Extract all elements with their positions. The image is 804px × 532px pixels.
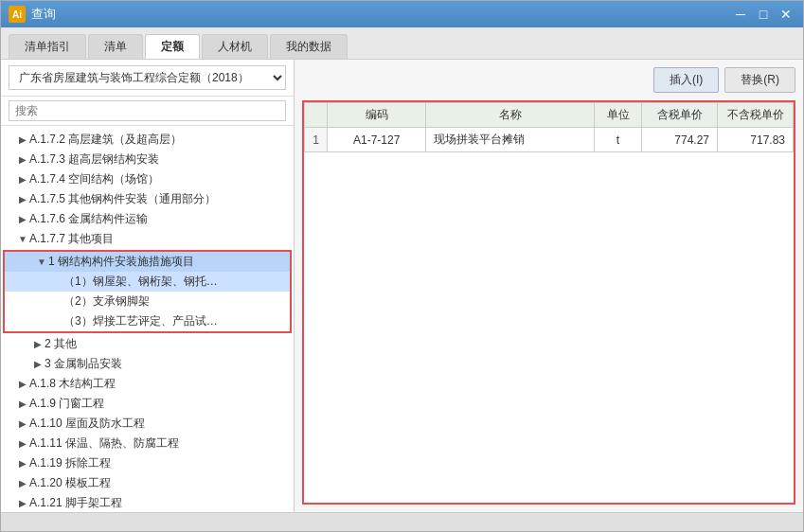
col-name-header: 名称 [426, 103, 595, 128]
tree-item[interactable]: （3）焊接工艺评定、产品试… [5, 311, 290, 331]
tree-item[interactable]: ▶ A.1.10 屋面及防水工程 [1, 414, 294, 434]
col-code-header: 编码 [328, 103, 426, 128]
tree-toggle[interactable]: ▶ [16, 133, 29, 147]
col-rownum [305, 103, 328, 128]
title-bar: Ai 查询 ─ □ ✕ [1, 1, 803, 27]
tree-item[interactable]: （1）钢屋架、钢桁架、钢托… [5, 272, 290, 292]
col-unit-header: 单位 [595, 103, 642, 128]
search-input[interactable] [9, 100, 286, 121]
tree-item-label: A.1.9 门窗工程 [29, 396, 290, 412]
tree-item[interactable]: ▶ A.1.19 拆除工程 [1, 453, 294, 473]
tree-item-label: A.1.8 木结构工程 [29, 376, 290, 392]
tree-item[interactable]: ▶ A.1.7.2 高层建筑（及超高层） [1, 130, 294, 150]
table-row[interactable]: 1 A1-7-127 现场拼装平台摊销 t 774.27 717.83 [305, 128, 794, 152]
tree-toggle[interactable] [50, 295, 63, 309]
tree-item-label: （2）支承钢脚架 [63, 293, 286, 310]
tree-item-label: A.1.7.5 其他钢构件安装（通用部分） [29, 191, 290, 207]
tree-item-label: A.1.20 模板工程 [29, 475, 290, 491]
tree-toggle[interactable]: ▶ [16, 378, 29, 391]
tab-rencaiji[interactable]: 人材机 [202, 34, 268, 59]
row-unit: t [595, 128, 642, 152]
tree-toggle[interactable]: ▶ [16, 173, 29, 186]
tree-item-label: A.1.7.6 金属结构件运输 [29, 211, 290, 227]
tab-qingdan[interactable]: 清单 [88, 34, 143, 59]
tab-bar: 清单指引 清单 定额 人材机 我的数据 [1, 27, 803, 60]
tree-item-label: 1 钢结构构件安装施措施项目 [48, 254, 286, 270]
search-area [1, 97, 294, 126]
tree-toggle[interactable] [50, 315, 63, 328]
tree-item[interactable]: ▶ 2 其他 [1, 334, 294, 354]
tree-item[interactable]: ▶ A.1.21 脚手架工程 [1, 493, 294, 512]
tree-item-label: A.1.21 脚手架工程 [29, 495, 290, 511]
tree-toggle[interactable]: ▶ [31, 338, 45, 351]
tree-area[interactable]: ▶ A.1.7.2 高层建筑（及超高层）▶ A.1.7.3 超高层钢结构安装▶ … [1, 126, 294, 512]
tree-toggle[interactable]: ▶ [16, 477, 29, 490]
content-area: 广东省房屋建筑与装饰工程综合定额（2018） ▶ A.1.7.2 高层建筑（及超… [1, 60, 803, 512]
tree-toggle[interactable]: ▶ [16, 417, 29, 431]
left-panel: 广东省房屋建筑与装饰工程综合定额（2018） ▶ A.1.7.2 高层建筑（及超… [1, 60, 295, 512]
tree-toggle[interactable]: ▶ [16, 193, 29, 206]
tree-item[interactable]: （2）支承钢脚架 [5, 292, 290, 311]
tree-toggle[interactable]: ▼ [16, 233, 29, 246]
tree-item[interactable]: ▶ A.1.20 模板工程 [1, 473, 294, 493]
tree-toggle[interactable]: ▶ [31, 358, 45, 371]
result-table-container: 编码 名称 单位 含税单价 不含税单价 1 A1-7-127 现场拼装平台摊销 … [302, 100, 795, 505]
tree-item[interactable]: ▶ A.1.8 木结构工程 [1, 374, 294, 394]
row-code: A1-7-127 [328, 128, 426, 152]
quota-dropdown[interactable]: 广东省房屋建筑与装饰工程综合定额（2018） [9, 65, 286, 90]
tree-toggle[interactable]: ▶ [16, 213, 29, 226]
action-buttons: 插入(I) 替换(R) [302, 67, 795, 93]
tree-item-label: A.1.11 保温、隔热、防腐工程 [29, 435, 290, 452]
result-table: 编码 名称 单位 含税单价 不含税单价 1 A1-7-127 现场拼装平台摊销 … [304, 102, 794, 152]
tree-toggle[interactable]: ▼ [35, 256, 48, 269]
tree-toggle[interactable]: ▶ [16, 153, 29, 167]
tree-item-label: A.1.7.3 超高层钢结构安装 [29, 151, 290, 168]
tree-item[interactable]: ▶ 3 金属制品安装 [1, 354, 294, 374]
replace-button[interactable]: 替换(R) [724, 67, 795, 93]
tree-item[interactable]: ▶ A.1.9 门窗工程 [1, 394, 294, 414]
tree-item-label: A.1.7.7 其他项目 [29, 231, 290, 247]
tree-toggle[interactable]: ▶ [16, 497, 29, 510]
insert-button[interactable]: 插入(I) [653, 67, 719, 93]
tree-toggle[interactable]: ▶ [16, 437, 29, 451]
col-price-notax-header: 不含税单价 [718, 103, 794, 128]
highlighted-section: ▼ 1 钢结构构件安装施措施项目 （1）钢屋架、钢桁架、钢托… （2）支承钢脚架… [3, 250, 292, 333]
right-panel: 插入(I) 替换(R) 编码 名称 单位 含税单价 不含税单价 [295, 60, 803, 512]
close-button[interactable]: ✕ [777, 5, 795, 24]
tree-item[interactable]: ▶ A.1.7.3 超高层钢结构安装 [1, 150, 294, 169]
col-price-tax-header: 含税单价 [642, 103, 718, 128]
tree-item-label: （3）焊接工艺评定、产品试… [63, 313, 286, 329]
tree-item-label: A.1.7.2 高层建筑（及超高层） [29, 132, 290, 148]
tree-toggle[interactable] [50, 275, 63, 289]
tab-dinge[interactable]: 定额 [145, 34, 200, 59]
app-icon: Ai [9, 6, 26, 23]
main-window: Ai 查询 ─ □ ✕ 清单指引 清单 定额 人材机 我的数据 [0, 0, 804, 532]
tree-item[interactable]: ▶ A.1.7.4 空间结构（场馆） [1, 169, 294, 189]
tree-item-label: 3 金属制品安装 [45, 356, 290, 372]
tree-item-label: 2 其他 [45, 336, 290, 352]
dropdown-area: 广东省房屋建筑与装饰工程综合定额（2018） [1, 60, 294, 97]
row-number: 1 [305, 128, 328, 152]
tree-item[interactable]: ▶ A.1.11 保温、隔热、防腐工程 [1, 434, 294, 453]
status-bar [1, 512, 803, 531]
tree-toggle[interactable]: ▶ [16, 457, 29, 470]
row-price-notax: 717.83 [718, 128, 794, 152]
title-bar-left: Ai 查询 [9, 6, 56, 23]
tab-qingdan-zhiyin[interactable]: 清单指引 [9, 34, 86, 59]
tab-mydata[interactable]: 我的数据 [270, 34, 348, 59]
minimize-button[interactable]: ─ [731, 5, 750, 24]
row-name: 现场拼装平台摊销 [426, 128, 595, 152]
window-controls: ─ □ ✕ [731, 5, 795, 24]
tree-item-label: A.1.10 屋面及防水工程 [29, 416, 290, 432]
tree-item-label: A.1.7.4 空间结构（场馆） [29, 171, 290, 187]
tree-item[interactable]: ▶ A.1.7.5 其他钢构件安装（通用部分） [1, 189, 294, 209]
row-price-tax: 774.27 [642, 128, 718, 152]
tree-item[interactable]: ▼ A.1.7.7 其他项目 [1, 229, 294, 249]
tree-item[interactable]: ▶ A.1.7.6 金属结构件运输 [1, 209, 294, 229]
tree-item-label: （1）钢屋架、钢桁架、钢托… [63, 274, 286, 290]
tree-toggle[interactable]: ▶ [16, 398, 29, 411]
maximize-button[interactable]: □ [754, 5, 773, 24]
tree-item[interactable]: ▼ 1 钢结构构件安装施措施项目 [5, 252, 290, 272]
tree-item-label: A.1.19 拆除工程 [29, 455, 290, 471]
window-title: 查询 [31, 6, 56, 23]
